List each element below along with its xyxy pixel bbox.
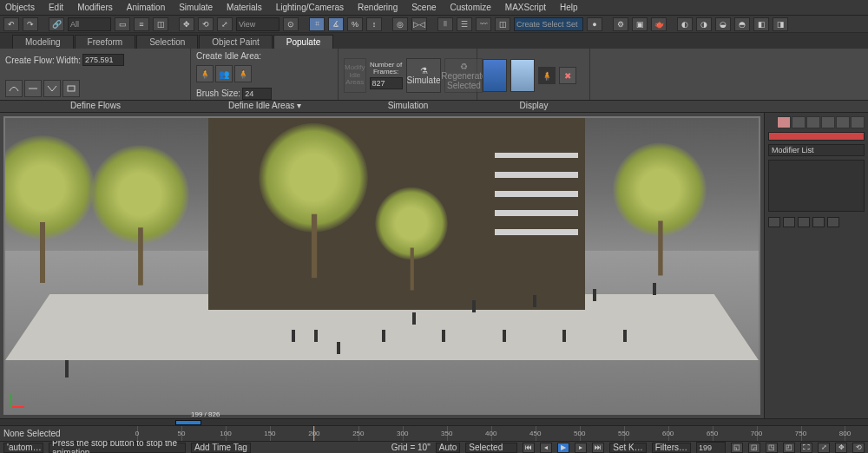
goto-start-button[interactable]: ⏮	[523, 443, 535, 453]
menu-materials[interactable]: Materials	[227, 3, 262, 12]
maxscript-listener[interactable]: 'autom…	[3, 443, 43, 453]
display-tab[interactable]	[836, 116, 850, 128]
select-region-button[interactable]: ◫	[153, 17, 168, 31]
configure-sets-button[interactable]	[827, 217, 839, 227]
tool-f-button[interactable]: ◨	[773, 17, 788, 31]
viewport-nav-1[interactable]: ◱	[731, 443, 743, 453]
idle-people-2-icon[interactable]: 👥	[215, 65, 233, 82]
tool-e-button[interactable]: ◧	[753, 17, 769, 31]
modifier-list-dropdown[interactable]: Modifier List	[768, 144, 865, 156]
idle-people-1-icon[interactable]: 🧍	[196, 65, 214, 82]
menu-modifiers[interactable]: Modifiers	[77, 3, 113, 12]
simulate-button[interactable]: ⚗ Simulate	[406, 58, 442, 93]
add-time-tag-button[interactable]: Add Time Tag	[191, 443, 251, 453]
undo-button[interactable]: ↶	[3, 17, 19, 31]
create-tab[interactable]	[777, 116, 791, 128]
mirror-button[interactable]: ▷◁	[411, 17, 427, 31]
menu-simulate[interactable]: Simulate	[179, 3, 213, 12]
track-bar[interactable]: 199 / 826	[0, 418, 868, 425]
display-swatch-1[interactable]	[483, 59, 507, 92]
hierarchy-tab[interactable]	[806, 116, 820, 128]
menu-scene[interactable]: Scene	[411, 3, 436, 12]
tool-d-button[interactable]: ◓	[734, 17, 750, 31]
tab-selection[interactable]: Selection	[136, 35, 198, 49]
key-filters-dropdown[interactable]: Selected	[465, 443, 517, 453]
angle-snap-toggle[interactable]: ∡	[328, 17, 344, 31]
percent-snap-toggle[interactable]: %	[347, 17, 363, 31]
menu-rendering[interactable]: Rendering	[358, 3, 398, 12]
time-slider-knob[interactable]	[175, 420, 201, 425]
set-key-button[interactable]: Set K…	[609, 443, 646, 453]
display-toggle-button[interactable]: 🧍	[538, 67, 556, 84]
render-button[interactable]: 🫖	[651, 17, 667, 31]
rotate-button[interactable]: ⟲	[198, 17, 214, 31]
make-unique-button[interactable]	[798, 217, 810, 227]
tab-populate[interactable]: Populate	[273, 35, 333, 49]
select-button[interactable]: ▭	[115, 17, 130, 31]
tab-freeform[interactable]: Freeform	[75, 35, 136, 49]
render-setup-button[interactable]: ⚙	[613, 17, 628, 31]
next-frame-button[interactable]: ▸	[575, 443, 587, 453]
utilities-tab[interactable]	[851, 116, 865, 128]
flow-variant-1-button[interactable]	[5, 80, 23, 97]
menu-lighting-cameras[interactable]: Lighting/Cameras	[276, 3, 344, 12]
curve-editor-button[interactable]: 〰	[476, 17, 491, 31]
brush-size-spinner[interactable]: 24	[242, 88, 272, 100]
redo-button[interactable]: ↷	[23, 17, 38, 31]
viewport-nav-2[interactable]: ◲	[748, 443, 760, 453]
tool-a-button[interactable]: ◐	[677, 17, 693, 31]
modify-tab[interactable]	[792, 116, 806, 128]
link-button[interactable]: 🔗	[49, 17, 64, 31]
move-button[interactable]: ✥	[179, 17, 194, 31]
panel-label-idle[interactable]: Define Idle Areas ▾	[191, 101, 339, 112]
render-frame-button[interactable]: ▣	[632, 17, 648, 31]
spinner-snap-toggle[interactable]: ↕	[366, 17, 382, 31]
modifier-stack[interactable]	[768, 160, 865, 212]
goto-end-button[interactable]: ⏭	[592, 443, 604, 453]
idle-people-3-icon[interactable]: 🧍	[234, 65, 252, 82]
show-end-result-button[interactable]	[783, 217, 795, 227]
menu-maxscript[interactable]: MAXScript	[505, 3, 546, 12]
key-filters-button[interactable]: Filters…	[652, 443, 691, 453]
schematic-button[interactable]: ◫	[495, 17, 510, 31]
auto-key-toggle[interactable]: Auto	[436, 443, 461, 453]
named-sel-set-button[interactable]: ◎	[392, 17, 408, 31]
select-name-button[interactable]: ≡	[134, 17, 149, 31]
viewport-nav-7[interactable]: ✥	[835, 443, 847, 453]
timeline-ruler[interactable]: None Selected 05010015020025030035040045…	[0, 425, 868, 441]
menu-customize[interactable]: Customize	[450, 3, 491, 12]
layers-button[interactable]: ☰	[457, 17, 472, 31]
display-swatch-2[interactable]	[510, 59, 535, 92]
tool-b-button[interactable]: ◑	[696, 17, 712, 31]
menu-objects[interactable]: Objects	[5, 3, 35, 12]
pin-stack-button[interactable]	[768, 217, 780, 227]
menu-edit[interactable]: Edit	[49, 3, 63, 12]
viewport-nav-6[interactable]: ⤢	[818, 443, 830, 453]
ref-coord-dropdown[interactable]: View	[236, 17, 279, 31]
prev-frame-button[interactable]: ◂	[540, 443, 552, 453]
perspective-viewport[interactable]	[3, 116, 760, 415]
material-editor-button[interactable]: ●	[587, 17, 602, 31]
num-frames-spinner[interactable]: 827	[370, 77, 403, 89]
scale-button[interactable]: ⤢	[217, 17, 233, 31]
viewport-nav-3[interactable]: ◳	[766, 443, 778, 453]
flow-variant-4-button[interactable]	[62, 80, 80, 97]
viewport-nav-5[interactable]: ⛶	[800, 443, 812, 453]
snap-toggle[interactable]: ⌗	[309, 17, 325, 31]
viewport-nav-8[interactable]: ⟲	[852, 443, 865, 453]
object-color-swatch[interactable]	[768, 132, 865, 141]
viewport-nav-4[interactable]: ◰	[783, 443, 795, 453]
tool-c-button[interactable]: ◒	[715, 17, 731, 31]
width-spinner[interactable]: 275.591	[82, 54, 124, 66]
menu-animation[interactable]: Animation	[127, 3, 165, 12]
menu-help[interactable]: Help	[560, 3, 578, 12]
create-selection-set-input[interactable]: Create Select Set	[514, 17, 583, 31]
display-delete-button[interactable]: ✖	[559, 67, 576, 84]
flow-variant-2-button[interactable]	[24, 80, 42, 97]
tab-object-paint[interactable]: Object Paint	[199, 35, 272, 49]
remove-modifier-button[interactable]	[812, 217, 825, 227]
selection-filter-dropdown[interactable]: All	[68, 17, 111, 31]
modify-idle-button[interactable]: Modify Idle Areas	[344, 58, 366, 93]
current-frame-spinner[interactable]: 199	[696, 442, 726, 454]
tick-area[interactable]: 0501001502002503003504004505005506006507…	[137, 426, 868, 441]
